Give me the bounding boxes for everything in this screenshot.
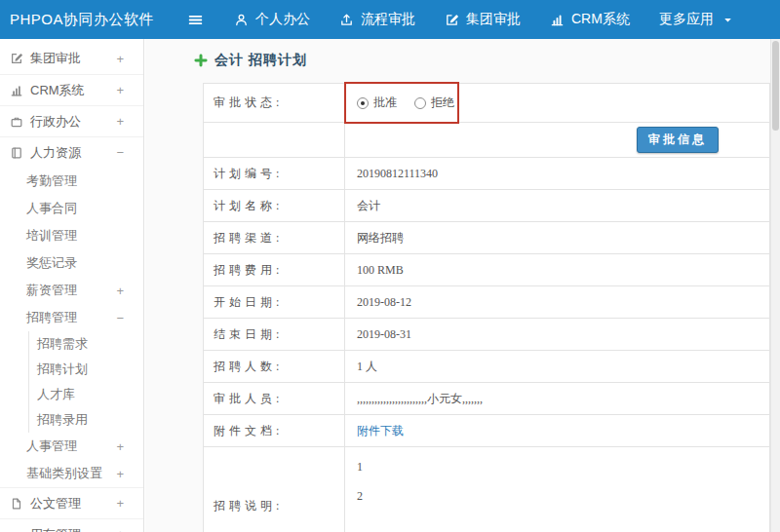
collapse-icon[interactable]: −	[116, 145, 124, 160]
sidebar-item-label: 薪资管理	[26, 282, 77, 299]
expand-icon[interactable]: +	[116, 284, 124, 298]
recruitment-channel-label: 招聘渠道:	[204, 222, 345, 253]
car-icon	[10, 528, 23, 532]
plan-name-row: 计划名称:会计	[204, 190, 769, 222]
nav-label: 更多应用	[659, 11, 714, 28]
sidebar-item-training-mgmt[interactable]: 培训管理	[0, 222, 143, 249]
sidebar-item-label: 招聘需求	[37, 335, 88, 353]
nav-crm-system[interactable]: CRM系统	[535, 0, 644, 39]
sidebar-item-label: 基础类别设置	[26, 465, 102, 482]
plan-number-label: 计划编号:	[204, 158, 345, 189]
person-icon	[234, 13, 249, 27]
sidebar-item-human-resources[interactable]: 人力资源−	[0, 136, 143, 168]
start-date-label: 开始日期:	[204, 286, 345, 318]
sidebar-item-recruitment-needs[interactable]: 招聘需求	[0, 331, 143, 357]
sidebar-item-basic-category-settings[interactable]: 基础类别设置+	[0, 460, 143, 487]
plan-number-row: 计划编号:20190812111340	[204, 158, 769, 190]
scrollbar-thumb[interactable]	[772, 41, 779, 131]
sidebar-item-recruitment-mgmt[interactable]: 招聘管理−	[0, 304, 143, 331]
flow-icon	[339, 13, 354, 27]
sidebar-item-label: 培训管理	[26, 227, 77, 245]
sidebar-item-admin-office[interactable]: 行政办公+	[0, 105, 143, 136]
menu-toggle-button[interactable]	[187, 12, 204, 28]
hamburger-icon	[187, 12, 204, 28]
end-date-row: 结束日期:2019-08-31	[204, 319, 769, 351]
approvers-value: ,,,,,,,,,,,,,,,,,,,,,,,,小元女,,,,,,,	[345, 383, 769, 414]
approvers-row: 审批人员:,,,,,,,,,,,,,,,,,,,,,,,,小元女,,,,,,,	[204, 383, 769, 415]
approval-info-cell: 审批信息	[345, 123, 769, 157]
plan-name-label: 计划名称:	[204, 190, 345, 221]
nav-group-approval[interactable]: 集团审批	[430, 0, 535, 39]
recruitment-description-row: 招聘说明:1 2	[204, 447, 769, 532]
sidebar-menu: 集团审批+CRM系统+行政办公+人力资源−考勤管理人事合同培训管理奖惩记录薪资管…	[0, 43, 143, 532]
sidebar-item-personnel-contract[interactable]: 人事合同	[0, 195, 143, 222]
edit-square-icon	[445, 13, 459, 27]
top-nav: 个人办公流程审批集团审批CRM系统更多应用	[219, 0, 750, 39]
recruitment-cost-label: 招聘费用:	[204, 254, 345, 285]
sidebar-item-label: 集团审批	[30, 50, 81, 67]
plan-name-value: 会计	[345, 190, 769, 221]
approval-info-row: 审批信息	[204, 123, 769, 158]
recruitment-channel-value: 网络招聘	[345, 222, 769, 253]
expand-icon[interactable]: +	[116, 52, 124, 66]
chart-icon	[10, 84, 23, 97]
expand-icon[interactable]: +	[116, 439, 124, 454]
sidebar-item-reward-punishment-records[interactable]: 奖惩记录	[0, 249, 143, 277]
book-icon	[10, 146, 23, 160]
approval-info-button[interactable]: 审批信息	[637, 127, 719, 153]
nav-process-approval[interactable]: 流程审批	[325, 0, 430, 39]
approve-radio-button[interactable]	[357, 97, 369, 109]
sidebar-item-personnel-mgmt[interactable]: 人事管理+	[0, 433, 143, 460]
recruitment-cost-row: 招聘费用:100 RMB	[204, 254, 769, 286]
sidebar-item-attendance-mgmt[interactable]: 考勤管理	[0, 168, 143, 195]
sidebar-item-label: 招聘录用	[37, 411, 88, 429]
caret-down-icon	[721, 13, 735, 27]
sidebar-item-vehicle-mgmt[interactable]: 用车管理+	[0, 518, 143, 532]
sidebar-item-label: 人事管理	[26, 437, 77, 455]
attachment-value: 附件下载	[345, 415, 769, 446]
expand-icon[interactable]: +	[116, 527, 124, 532]
recruitment-description-value: 1 2	[345, 447, 769, 532]
collapse-icon[interactable]: −	[116, 311, 124, 325]
sidebar-item-recruitment-hiring[interactable]: 招聘录用	[0, 407, 143, 433]
sidebar-item-label: CRM系统	[30, 82, 85, 99]
recruitment-cost-value: 100 RMB	[345, 254, 769, 285]
recruitment-description-label: 招聘说明:	[204, 447, 345, 532]
attachment-row: 附件文档:附件下载	[204, 415, 769, 447]
plus-icon	[194, 54, 208, 67]
sidebar-item-crm-system[interactable]: CRM系统+	[0, 74, 143, 105]
sidebar-item-recruitment-plan[interactable]: 招聘计划	[0, 357, 143, 382]
radio-option-reject[interactable]: 拒绝	[414, 95, 454, 111]
main-content: 会计 招聘计划 审批状态: 批准拒绝 审批信息 计划编号:20190812111…	[145, 39, 770, 532]
attachment-download-link[interactable]: 附件下载	[357, 423, 404, 439]
sidebar-item-label: 招聘管理	[26, 309, 77, 326]
expand-icon[interactable]: +	[116, 496, 124, 511]
attachment-label: 附件文档:	[204, 415, 345, 446]
briefcase-icon	[10, 115, 23, 129]
sidebar-item-group-approval[interactable]: 集团审批+	[0, 43, 143, 74]
start-date-value: 2019-08-12	[345, 286, 769, 318]
sidebar-item-document-mgmt[interactable]: 公文管理+	[0, 487, 143, 518]
nav-more-apps[interactable]: 更多应用	[644, 0, 750, 39]
approval-status-radios: 批准拒绝	[357, 95, 454, 111]
radio-option-approve[interactable]: 批准	[357, 95, 397, 111]
reject-radio-button[interactable]	[414, 97, 426, 109]
expand-icon[interactable]: +	[116, 467, 124, 481]
nav-label: 流程审批	[361, 11, 415, 28]
edit-square-icon	[10, 52, 23, 65]
expand-icon[interactable]: +	[116, 83, 124, 97]
recruitment-count-value: 1 人	[345, 351, 769, 382]
radio-label: 拒绝	[431, 95, 454, 111]
plan-number-value: 20190812111340	[345, 158, 769, 189]
page-title: 会计 招聘计划	[214, 52, 307, 69]
sidebar-item-label: 人才库	[37, 386, 75, 403]
sidebar-item-salary-mgmt[interactable]: 薪资管理+	[0, 277, 143, 304]
vertical-scrollbar[interactable]	[770, 39, 780, 532]
page-title-row: 会计 招聘计划	[194, 52, 307, 69]
nav-personal-office[interactable]: 个人办公	[219, 0, 325, 39]
expand-icon[interactable]: +	[116, 114, 124, 129]
end-date-value: 2019-08-31	[345, 319, 769, 350]
sidebar-item-talent-pool[interactable]: 人才库	[0, 382, 143, 407]
approval-status-value: 批准拒绝	[345, 84, 769, 122]
start-date-row: 开始日期:2019-08-12	[204, 286, 769, 319]
